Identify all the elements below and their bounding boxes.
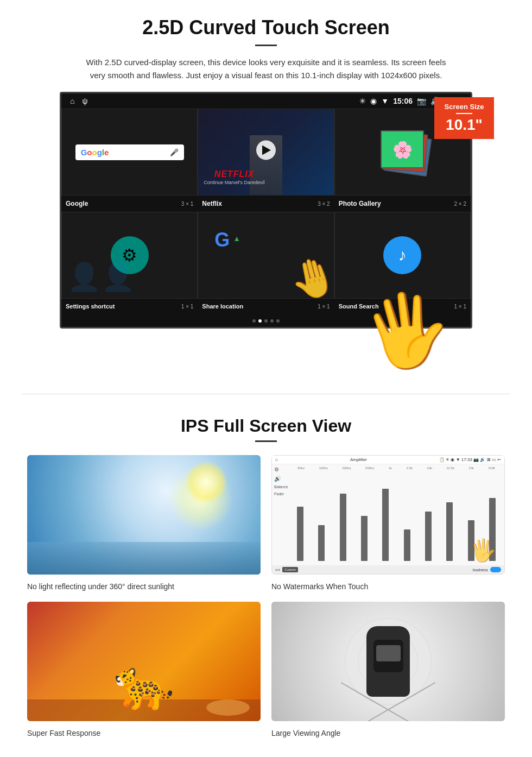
device-screen: ⌂ ψ ✳ ◉ ▼ 15:06 📷 🔊 ⊠ ▭	[60, 92, 472, 329]
netflix-app-cell[interactable]: NETFLIX Continue Marvel's Daredevil	[198, 109, 334, 195]
eq-bar-3[interactable]	[340, 494, 346, 562]
freq-100hz: 100hz	[319, 466, 328, 470]
settings-app-name: Settings shortcut	[66, 303, 115, 310]
eq-bar-4[interactable]	[361, 516, 368, 561]
cheetah-image: 🐆	[27, 602, 261, 721]
freq-12-5k: 12.5k	[446, 466, 454, 470]
sunlight-caption: No light reflecting under 360° direct su…	[27, 582, 261, 591]
eq-bar-5[interactable]	[382, 489, 389, 561]
share-label-cell: Share location 1 × 1	[198, 302, 334, 311]
home-icon[interactable]: ⌂	[70, 97, 74, 105]
badge-size: 10.1"	[446, 116, 483, 133]
photo-card-front: 🌸	[381, 130, 424, 168]
freq-1k: 1k	[389, 466, 392, 470]
netflix-logo: NETFLIX	[204, 169, 264, 179]
freq-10k: 10k	[427, 466, 432, 470]
eq-sidebar: ⚙ 🔊 Balance Fader	[274, 466, 289, 563]
share-location-app-cell[interactable]: G ▲ 🤚	[198, 212, 334, 299]
netflix-subtitle: Continue Marvel's Daredevil	[204, 180, 264, 185]
balance-label: Balance	[274, 485, 289, 489]
fader-label: Fader	[274, 492, 289, 496]
share-app-name: Share location	[202, 303, 243, 310]
sound-app-size: 1 × 1	[454, 304, 466, 310]
eq-back-icon[interactable]: <<	[275, 567, 280, 572]
note-symbol: ♪	[398, 246, 407, 264]
dust-cloud	[206, 699, 250, 716]
app-labels-row2: Settings shortcut 1 × 1 Share location 1…	[61, 299, 471, 316]
section1-underline	[255, 45, 277, 46]
cheetah-image-box: 🐆	[27, 602, 261, 721]
eq-hand-icon: 🖐	[470, 538, 497, 563]
page-dot-4[interactable]	[270, 319, 274, 323]
status-bar: ⌂ ψ ✳ ◉ ▼ 15:06 📷 🔊 ⊠ ▭	[61, 93, 471, 109]
play-button[interactable]	[256, 140, 276, 160]
eq-sidebar-icon: ⚙	[274, 466, 289, 472]
eq-status-bar: ⌂ Amplifier 📋 ✳ ◉ ▼ 17:33 📷 🔊 ⊠ ▭ ↩	[272, 456, 504, 464]
page-dot-2[interactable]	[258, 319, 262, 323]
eq-image-box: ⌂ Amplifier 📋 ✳ ◉ ▼ 17:33 📷 🔊 ⊠ ▭ ↩ ⚙ 🔊 …	[271, 455, 505, 575]
sound-search-app-cell[interactable]: ♪	[334, 212, 471, 299]
netflix-branding: NETFLIX Continue Marvel's Daredevil	[204, 169, 264, 185]
settings-app-cell[interactable]: ⚙ 👤👤	[61, 212, 198, 299]
camera-icon: 📷	[417, 97, 426, 105]
silhouettes-decoration: 👤👤	[67, 261, 135, 293]
usb-icon: ψ	[82, 97, 87, 105]
freq-60hz: 60hz	[297, 466, 305, 470]
section-divider	[22, 394, 510, 394]
screen-size-badge: Screen Size 10.1"	[434, 97, 494, 139]
mic-icon[interactable]: 🎤	[170, 148, 179, 156]
feature-grid: No light reflecting under 360° direct su…	[27, 455, 505, 737]
freq-200hz: 200hz	[342, 466, 351, 470]
sunlight-image-box	[27, 455, 261, 575]
sound-app-name: Sound Search	[339, 303, 379, 310]
freq-sub: SUB	[488, 466, 495, 470]
eq-bottom-bar: << Custom loudness	[272, 565, 504, 574]
photo-app-name: Photo Gallery	[339, 200, 381, 207]
app-labels-row1: Google 3 × 1 Netflix 3 × 2 Photo Gallery…	[61, 195, 471, 212]
pointing-hand-icon: 🤚	[284, 251, 334, 299]
eq-home-icon: ⌂	[275, 457, 278, 462]
freq-2-5k: 2.5k	[407, 466, 413, 470]
eq-custom-button[interactable]: Custom	[282, 567, 298, 572]
eq-main-content: ⚙ 🔊 Balance Fader 60hz 100hz 200hz 500hz	[272, 464, 504, 565]
cheetah-icon: 🐆	[113, 656, 174, 713]
section2-title: IPS Full Screen View	[27, 416, 505, 436]
section1-title: 2.5D Curved Touch Screen	[33, 16, 499, 39]
photo-label-cell: Photo Gallery 2 × 2	[334, 199, 471, 209]
eq-bar-7[interactable]	[425, 512, 432, 561]
share-app-size: 1 × 1	[318, 304, 330, 310]
photo-stack: 🌸	[378, 128, 427, 176]
freq-15k: 15k	[468, 466, 474, 470]
eq-bar-2[interactable]	[318, 525, 325, 561]
feature-cheetah: 🐆 Super Fast Response	[27, 602, 261, 737]
app-grid-row2: ⚙ 👤👤 G ▲ 🤚	[61, 212, 471, 299]
netflix-app-name: Netflix	[202, 200, 222, 207]
sound-label-cell: Sound Search 1 × 1	[334, 302, 471, 311]
car-caption: Large Viewing Angle	[271, 729, 505, 737]
google-app-size: 3 × 1	[181, 201, 194, 207]
badge-divider	[456, 113, 472, 114]
status-bar-left: ⌂ ψ	[70, 97, 87, 105]
eq-bar-6[interactable]	[404, 529, 410, 561]
eq-frequency-labels: 60hz 100hz 200hz 500hz 1k 2.5k 10k 12.5k…	[290, 466, 502, 470]
eq-bars-area: 60hz 100hz 200hz 500hz 1k 2.5k 10k 12.5k…	[290, 466, 502, 563]
car-image	[271, 602, 505, 721]
location-icon: ◉	[370, 97, 377, 105]
section-ips: IPS Full Screen View No light reflecting…	[0, 405, 532, 754]
page-dot-1[interactable]	[252, 319, 256, 323]
settings-app-size: 1 × 1	[181, 304, 194, 310]
eq-bar-8[interactable]	[446, 502, 453, 561]
google-app-cell[interactable]: Google 🎤	[61, 109, 198, 195]
eq-image: ⌂ Amplifier 📋 ✳ ◉ ▼ 17:33 📷 🔊 ⊠ ▭ ↩ ⚙ 🔊 …	[271, 455, 505, 575]
page-dots	[61, 316, 471, 327]
device-wrapper: Screen Size 10.1" ⌂ ψ ✳ ◉ ▼ 15:06 📷 🔊	[60, 92, 472, 329]
eq-bar-1[interactable]	[297, 507, 303, 561]
page-dot-3[interactable]	[264, 319, 268, 323]
eq-loudness-toggle[interactable]	[490, 567, 501, 572]
google-search-bar[interactable]: Google 🎤	[75, 144, 184, 160]
photo-app-size: 2 × 2	[454, 201, 466, 207]
horizon-ground	[27, 542, 261, 575]
page-dot-5[interactable]	[276, 319, 280, 323]
play-triangle-icon	[262, 145, 271, 155]
feature-sunlight: No light reflecting under 360° direct su…	[27, 455, 261, 591]
